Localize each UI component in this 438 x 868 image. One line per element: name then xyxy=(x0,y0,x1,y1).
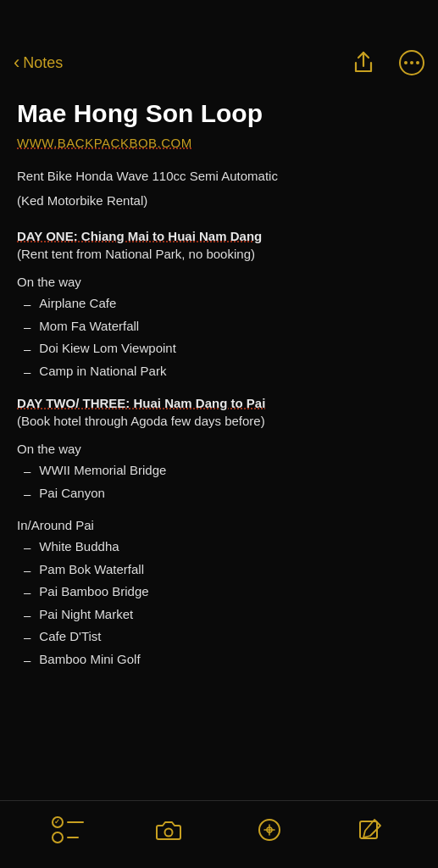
dash-icon: – xyxy=(24,316,30,338)
day2-sub: (Book hotel through Agoda few days befor… xyxy=(17,414,421,428)
list-item-text: Pam Bok Waterfall xyxy=(39,559,144,581)
more-dot-1 xyxy=(404,61,408,64)
list-item-text: Airplane Cafe xyxy=(39,292,116,314)
list-item: –Doi Kiew Lom Viewpoint xyxy=(24,337,421,360)
dash-icon: – xyxy=(24,361,30,383)
compose-button[interactable] xyxy=(352,811,389,849)
dash-icon: – xyxy=(24,559,30,581)
day2-on-the-way-label: On the way xyxy=(17,442,421,456)
list-item-text: Cafe D'Tist xyxy=(39,626,101,648)
list-item: –Pai Night Market xyxy=(24,604,421,626)
note-url[interactable]: WWW.BACKPACKBOB.COM xyxy=(17,136,421,150)
check-row-2 xyxy=(52,832,84,843)
note-title: Mae Hong Son Loop xyxy=(17,98,421,129)
svg-point-0 xyxy=(164,828,172,836)
check-circle-2 xyxy=(52,832,64,843)
dash-icon: – xyxy=(24,626,30,648)
bottom-toolbar: ✓ xyxy=(0,800,438,868)
dash-icon: – xyxy=(24,604,30,626)
nav-bar: ‹ Notes xyxy=(0,37,438,92)
chevron-left-icon: ‹ xyxy=(14,53,19,72)
day2-in-around-list: –White Buddha –Pam Bok Waterfall –Pai Ba… xyxy=(17,536,421,670)
day2-in-around-label: In/Around Pai xyxy=(17,518,421,532)
check-mark: ✓ xyxy=(54,818,60,826)
list-item-text: Mom Fa Waterfall xyxy=(39,315,139,337)
list-item: –Airplane Cafe xyxy=(24,292,421,315)
day2-section: DAY TWO/ THREE: Huai Nam Dang to Pai (Bo… xyxy=(17,396,421,670)
list-item-text: Pai Canyon xyxy=(39,482,105,504)
day1-on-the-way-label: On the way xyxy=(17,275,421,289)
dash-icon: – xyxy=(24,649,30,671)
check-row-1: ✓ xyxy=(52,816,84,828)
note-content: Mae Hong Son Loop WWW.BACKPACKBOB.COM Re… xyxy=(0,92,438,769)
back-button[interactable]: ‹ Notes xyxy=(14,53,63,72)
day2-on-the-way-list: –WWII Memorial Bridge –Pai Canyon xyxy=(17,459,421,504)
day1-heading: DAY ONE: Chiang Mai to Huai Nam Dang xyxy=(17,229,262,243)
list-item: –Camp in National Park xyxy=(24,360,421,383)
dash-icon: – xyxy=(24,460,30,482)
list-item: –Bamboo Mini Golf xyxy=(24,648,421,671)
list-item-text: White Buddha xyxy=(39,536,119,558)
back-label: Notes xyxy=(23,54,63,72)
day1-section: DAY ONE: Chiang Mai to Huai Nam Dang (Re… xyxy=(17,229,421,382)
list-item: –Pai Canyon xyxy=(24,482,421,505)
list-item-text: Doi Kiew Lom Viewpoint xyxy=(39,337,175,359)
list-item: –White Buddha xyxy=(24,536,421,559)
dash-icon: – xyxy=(24,537,30,559)
dash-icon: – xyxy=(24,293,30,315)
list-item: –WWII Memorial Bridge xyxy=(24,459,421,482)
list-item-text: Bamboo Mini Golf xyxy=(39,648,140,670)
list-item-text: WWII Memorial Bridge xyxy=(39,459,166,481)
day1-sub: (Rent tent from National Park, no bookin… xyxy=(17,247,421,261)
status-bar xyxy=(0,0,438,37)
camera-icon xyxy=(156,819,181,841)
list-item: –Pam Bok Waterfall xyxy=(24,559,421,581)
intro-line1: Rent Bike Honda Wave 110cc Semi Automati… xyxy=(17,167,421,186)
list-item: –Mom Fa Waterfall xyxy=(24,315,421,338)
sketch-icon xyxy=(258,818,281,842)
checklist-icon: ✓ xyxy=(52,816,84,843)
check-line-sm xyxy=(67,837,79,838)
dash-icon: – xyxy=(24,338,30,360)
day2-heading: DAY TWO/ THREE: Huai Nam Dang to Pai xyxy=(17,396,265,410)
list-item-text: Pai Bamboo Bridge xyxy=(39,581,148,603)
check-line xyxy=(67,821,84,823)
more-dot-3 xyxy=(416,61,419,64)
check-circle: ✓ xyxy=(52,816,64,828)
list-item: –Pai Bamboo Bridge xyxy=(24,581,421,604)
checklist-button[interactable]: ✓ xyxy=(49,811,86,849)
dash-icon: – xyxy=(24,581,30,604)
compose-icon xyxy=(358,818,382,842)
list-item-text: Camp in National Park xyxy=(39,360,166,382)
nav-actions xyxy=(345,44,424,81)
dash-icon: – xyxy=(24,483,30,505)
list-item: –Cafe D'Tist xyxy=(24,626,421,648)
list-item-text: Pai Night Market xyxy=(39,604,133,626)
share-button[interactable] xyxy=(345,44,382,81)
more-button[interactable] xyxy=(399,50,424,75)
more-dot-2 xyxy=(410,61,413,64)
share-icon xyxy=(352,51,374,75)
intro-line2: (Ked Motorbike Rental) xyxy=(17,192,421,211)
day1-items-list: –Airplane Cafe –Mom Fa Waterfall –Doi Ki… xyxy=(17,292,421,382)
sketch-button[interactable] xyxy=(251,811,288,849)
camera-button[interactable] xyxy=(150,811,187,849)
